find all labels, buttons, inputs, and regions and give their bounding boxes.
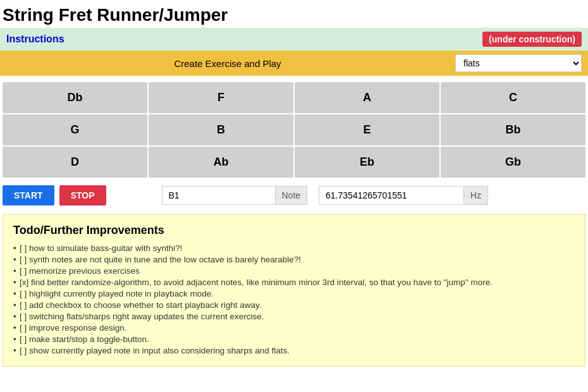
note-cell-f[interactable]: F: [149, 82, 293, 113]
hz-label: Hz: [464, 186, 488, 205]
flats-sharps-select[interactable]: flatssharps: [455, 54, 582, 72]
todo-list-item: [ ] memorize previous exercises: [13, 266, 575, 276]
toolbar: Create Exercise and Play flatssharps: [0, 51, 588, 76]
note-cell-a[interactable]: A: [295, 82, 439, 113]
controls-bar: START STOP Note Hz: [0, 180, 588, 211]
todo-list-item: [ ] how to simulate bass-guitar with syn…: [13, 243, 575, 253]
todo-section: Todo/Further Improvements [ ] how to sim…: [3, 214, 585, 367]
note-label: Note: [276, 186, 308, 205]
start-button[interactable]: START: [3, 185, 54, 205]
note-cell-db[interactable]: Db: [3, 82, 147, 113]
instructions-link[interactable]: Instructions: [6, 34, 64, 45]
note-cell-g[interactable]: G: [3, 114, 147, 145]
note-input[interactable]: [162, 186, 276, 205]
note-input-wrapper: Note: [162, 186, 308, 205]
todo-list-item: [ ] synth notes are not quite in tune an…: [13, 255, 575, 264]
hz-input[interactable]: [319, 186, 464, 205]
note-cell-c[interactable]: C: [441, 82, 585, 113]
under-construction-badge: (under construction): [482, 32, 582, 47]
todo-title: Todo/Further Improvements: [13, 224, 575, 237]
todo-list-item: [ ] improve response design.: [13, 323, 575, 333]
header-bar: Instructions (under construction): [0, 28, 588, 51]
note-cell-b[interactable]: B: [149, 114, 293, 145]
note-cell-d[interactable]: D: [3, 147, 147, 178]
note-grid: DbFACGBEBbDAbEbGb: [0, 76, 588, 180]
todo-list-item: [ ] show currently played note in input …: [13, 346, 575, 355]
create-exercise-button[interactable]: Create Exercise and Play: [6, 58, 449, 69]
note-cell-ab[interactable]: Ab: [149, 147, 293, 178]
todo-list-item: [ ] add checkbox to choose whether to st…: [13, 300, 575, 310]
todo-list-item: [x] find better randomize-algorithm, to …: [13, 278, 575, 287]
todo-list-item: [ ] switching flats/sharps right away up…: [13, 312, 575, 321]
todo-list-item: [ ] make start/stop a toggle-button.: [13, 334, 575, 344]
note-cell-gb[interactable]: Gb: [441, 147, 585, 178]
note-cell-e[interactable]: E: [295, 114, 439, 145]
stop-button[interactable]: STOP: [59, 185, 106, 205]
todo-list: [ ] how to simulate bass-guitar with syn…: [13, 243, 575, 355]
note-cell-eb[interactable]: Eb: [295, 147, 439, 178]
note-cell-bb[interactable]: Bb: [441, 114, 585, 145]
todo-list-item: [ ] highlight currently played note in p…: [13, 289, 575, 298]
app-title: String Fret Runner/Jumper: [0, 0, 588, 28]
hz-input-wrapper: Hz: [319, 186, 488, 205]
